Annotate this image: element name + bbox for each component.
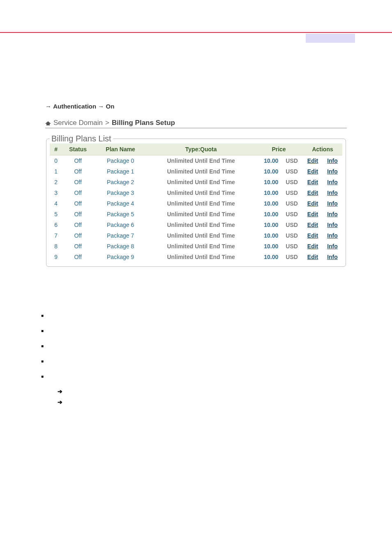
on-label: On: [106, 103, 115, 110]
cell-num: 8: [50, 241, 62, 252]
cell-num: 6: [50, 220, 62, 230]
cell-price: 10.00: [255, 230, 281, 241]
cell-num: 2: [50, 177, 62, 187]
table-row: 5OffPackage 5Unlimited Until End Time10.…: [50, 209, 342, 220]
cell-status: Off: [62, 166, 94, 177]
table-header-row: # Status Plan Name Type:Quota Price Acti…: [50, 143, 342, 155]
bullet-list: [41, 312, 347, 405]
list-item: [41, 342, 347, 349]
cell-type-quota: Unlimited Until End Time: [147, 177, 254, 187]
edit-link[interactable]: Edit: [307, 190, 318, 196]
info-link[interactable]: Info: [327, 254, 338, 260]
info-link[interactable]: Info: [327, 211, 338, 217]
cell-status: Off: [62, 187, 94, 198]
list-item: [41, 358, 347, 364]
breadcrumb-separator: >: [105, 119, 109, 127]
cell-price: 10.00: [255, 166, 281, 177]
cell-price: 10.00: [255, 177, 281, 187]
cell-plan-name: Package 2: [94, 177, 148, 187]
table-row: 2OffPackage 2Unlimited Until End Time10.…: [50, 177, 342, 187]
cell-type-quota: Unlimited Until End Time: [147, 220, 254, 230]
cell-status: Off: [62, 177, 94, 187]
cell-type-quota: Unlimited Until End Time: [147, 198, 254, 209]
cell-plan-name: Package 4: [94, 198, 148, 209]
cell-type-quota: Unlimited Until End Time: [147, 155, 254, 166]
cell-num: 5: [50, 209, 62, 220]
table-row: 9OffPackage 9Unlimited Until End Time10.…: [50, 252, 342, 262]
cell-currency: USD: [281, 198, 303, 209]
edit-link[interactable]: Edit: [307, 254, 318, 260]
billing-plans-panel: Billing Plans List # Status Plan Name Ty…: [46, 134, 346, 267]
list-item: [41, 312, 347, 318]
cell-type-quota: Unlimited Until End Time: [147, 166, 254, 177]
cell-type-quota: Unlimited Until End Time: [147, 230, 254, 241]
cell-status: Off: [62, 198, 94, 209]
cell-price: 10.00: [255, 187, 281, 198]
cell-plan-name: Package 0: [94, 155, 148, 166]
edit-link[interactable]: Edit: [307, 200, 318, 207]
arrow-right-icon: →: [45, 103, 51, 110]
top-divider: [0, 32, 392, 33]
info-link[interactable]: Info: [327, 190, 338, 196]
cell-currency: USD: [281, 220, 303, 230]
cell-plan-name: Package 5: [94, 209, 148, 220]
cell-type-quota: Unlimited Until End Time: [147, 209, 254, 220]
cell-status: Off: [62, 241, 94, 252]
arrow-right-icon: →: [98, 103, 104, 110]
panel-legend: Billing Plans List: [50, 134, 113, 143]
table-row: 1OffPackage 1Unlimited Until End Time10.…: [50, 166, 342, 177]
cell-status: Off: [62, 209, 94, 220]
edit-link[interactable]: Edit: [307, 157, 318, 164]
cell-type-quota: Unlimited Until End Time: [147, 241, 254, 252]
edit-link[interactable]: Edit: [307, 179, 318, 185]
breadcrumb-level-2: Billing Plans Setup: [112, 119, 175, 127]
cell-plan-name: Package 6: [94, 220, 148, 230]
cell-type-quota: Unlimited Until End Time: [147, 252, 254, 262]
list-item: [41, 373, 347, 379]
col-status: Status: [62, 143, 94, 155]
breadcrumb: Service Domain > Billing Plans Setup: [45, 119, 347, 128]
info-link[interactable]: Info: [327, 200, 338, 207]
cell-price: 10.00: [255, 155, 281, 166]
billing-plans-table: # Status Plan Name Type:Quota Price Acti…: [50, 143, 342, 262]
cell-plan-name: Package 7: [94, 230, 148, 241]
list-subitem: [58, 388, 347, 395]
list-item: [41, 327, 347, 333]
cell-num: 9: [50, 252, 62, 262]
cell-plan-name: Package 1: [94, 166, 148, 177]
table-row: 7OffPackage 7Unlimited Until End Time10.…: [50, 230, 342, 241]
cell-currency: USD: [281, 252, 303, 262]
cell-currency: USD: [281, 230, 303, 241]
cell-price: 10.00: [255, 241, 281, 252]
cell-currency: USD: [281, 187, 303, 198]
cell-num: 4: [50, 198, 62, 209]
cell-price: 10.00: [255, 209, 281, 220]
edit-link[interactable]: Edit: [307, 222, 318, 228]
table-row: 4OffPackage 4Unlimited Until End Time10.…: [50, 198, 342, 209]
auth-path-text: → Authentication → On: [45, 103, 347, 110]
info-link[interactable]: Info: [327, 232, 338, 239]
table-row: 0OffPackage 0Unlimited Until End Time10.…: [50, 155, 342, 166]
cell-num: 0: [50, 155, 62, 166]
info-link[interactable]: Info: [327, 179, 338, 185]
cell-type-quota: Unlimited Until End Time: [147, 187, 254, 198]
info-link[interactable]: Info: [327, 168, 338, 175]
cell-num: 1: [50, 166, 62, 177]
info-link[interactable]: Info: [327, 243, 338, 250]
edit-link[interactable]: Edit: [307, 243, 318, 250]
cell-status: Off: [62, 230, 94, 241]
edit-link[interactable]: Edit: [307, 232, 318, 239]
cell-price: 10.00: [255, 252, 281, 262]
table-row: 3OffPackage 3Unlimited Until End Time10.…: [50, 187, 342, 198]
info-link[interactable]: Info: [327, 157, 338, 164]
table-row: 6OffPackage 6Unlimited Until End Time10.…: [50, 220, 342, 230]
col-actions: Actions: [303, 143, 342, 155]
cell-currency: USD: [281, 166, 303, 177]
info-link[interactable]: Info: [327, 222, 338, 228]
edit-link[interactable]: Edit: [307, 211, 318, 217]
lavender-box: [306, 34, 355, 43]
cell-plan-name: Package 3: [94, 187, 148, 198]
edit-link[interactable]: Edit: [307, 168, 318, 175]
cell-num: 7: [50, 230, 62, 241]
cell-currency: USD: [281, 155, 303, 166]
